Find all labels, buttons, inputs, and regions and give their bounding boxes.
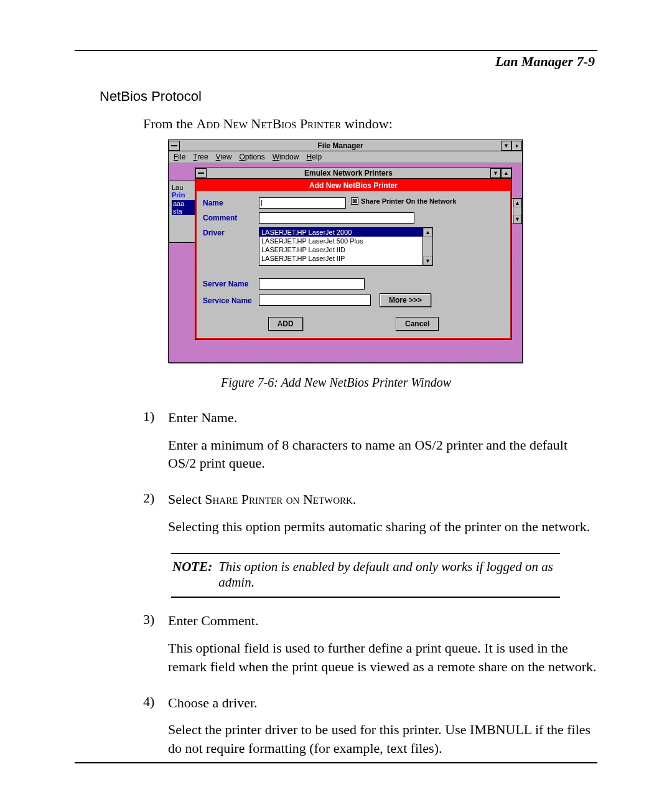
scroll-down-icon[interactable]: ▼ <box>423 257 432 265</box>
label-comment: Comment <box>203 212 259 222</box>
intro-smallcaps: Add New NetBios Printer <box>197 116 342 131</box>
step-title: Enter Comment. <box>168 611 597 630</box>
step-title: Choose a driver. <box>168 694 597 712</box>
step-3: 3) Enter Comment. This optional field is… <box>143 611 597 684</box>
checkbox-icon[interactable]: ⊠ <box>351 197 358 205</box>
name-input[interactable]: | <box>259 197 346 209</box>
fm-title: File Manager <box>180 141 501 150</box>
mdi-client-area: Lau Prin aaa sta .10.11 ▲ ▼ <box>169 163 522 362</box>
menu-options[interactable]: Options <box>236 153 267 161</box>
label-driver: Driver <box>203 227 259 237</box>
driver-listbox[interactable]: LASERJET.HP LaserJet 2000 LASERJET.HP La… <box>259 227 433 266</box>
label-name: Name <box>203 197 259 207</box>
step-4: 4) Choose a driver. Select the printer d… <box>143 694 597 767</box>
dialog-title: Add New NetBios Printer <box>197 180 510 191</box>
driver-scrollbar[interactable]: ▲ ▼ <box>422 228 432 265</box>
section-heading: NetBios Protocol <box>100 88 597 105</box>
note-block: NOTE: This option is enabled by default … <box>171 553 560 598</box>
service-name-input[interactable] <box>259 295 371 306</box>
cancel-button[interactable]: Cancel <box>396 317 439 331</box>
step-body: This optional field is used to further d… <box>168 639 597 676</box>
step-title: Select Share Printer on Network. <box>168 490 597 509</box>
menu-window[interactable]: Window <box>270 153 302 161</box>
emulex-titlebar: Emulex Network Printers ▼ ▲ <box>195 168 511 179</box>
step-title: Enter Name. <box>168 408 597 427</box>
step-number: 4) <box>143 694 168 767</box>
server-name-input[interactable] <box>259 278 365 290</box>
menu-file[interactable]: FFileile <box>171 153 188 161</box>
driver-option[interactable]: LASERJET.HP LaserJet IID <box>259 245 422 254</box>
child-system-menu-icon[interactable] <box>195 168 207 178</box>
screenshot: File Manager ▼ ♦ FFileile Tree View Opti… <box>168 139 597 363</box>
note-label: NOTE: <box>172 559 212 590</box>
menu-help[interactable]: Help <box>304 153 324 161</box>
note-text: This option is enabled by default and on… <box>218 559 559 590</box>
footer-rule <box>75 762 597 763</box>
add-button[interactable]: ADD <box>268 317 303 331</box>
minimize-icon[interactable]: ▼ <box>501 141 511 151</box>
intro-line: From the Add New NetBios Printer window: <box>143 116 597 132</box>
step-body: Select the printer driver to be used for… <box>168 720 597 757</box>
driver-option[interactable]: LASERJET.HP LaserJet 500 Plus <box>259 237 422 245</box>
label-server-name: Server Name <box>203 278 259 288</box>
menu-tree[interactable]: Tree <box>190 153 210 161</box>
more-button[interactable]: More >>> <box>380 293 431 307</box>
comment-input[interactable] <box>259 212 414 224</box>
step-1: 1) Enter Name. Enter a minimum of 8 char… <box>143 408 597 481</box>
scroll-up-icon[interactable]: ▲ <box>513 199 521 207</box>
figure-caption: Figure 7-6: Add New NetBios Printer Wind… <box>75 375 597 390</box>
page-header: Lan Manager 7-9 <box>75 54 597 70</box>
system-menu-icon[interactable] <box>169 141 180 151</box>
file-manager-window: File Manager ▼ ♦ FFileile Tree View Opti… <box>168 139 523 363</box>
step-body: Enter a minimum of 8 characters to name … <box>168 436 597 473</box>
scroll-up-icon[interactable]: ▲ <box>423 228 432 237</box>
ghost-lau: Lau <box>172 184 183 191</box>
child-maximize-icon[interactable]: ▲ <box>501 168 511 178</box>
intro-prefix: From the <box>143 116 197 131</box>
scroll-down-icon[interactable]: ▼ <box>513 215 521 224</box>
menu-view[interactable]: View <box>213 153 235 161</box>
step-2: 2) Select Share Printer on Network. Sele… <box>143 490 597 544</box>
step-number: 3) <box>143 611 168 684</box>
child-minimize-icon[interactable]: ▼ <box>490 168 501 178</box>
emulex-window: Emulex Network Printers ▼ ▲ Add New NetB… <box>195 167 512 340</box>
menubar: FFileile Tree View Options Window Help <box>169 151 522 163</box>
scrollbar[interactable]: ▲ ▼ <box>513 199 521 224</box>
step-number: 2) <box>143 490 168 544</box>
driver-option-selected[interactable]: LASERJET.HP LaserJet 2000 <box>259 228 422 237</box>
step-body: Selecting this option permits automatic … <box>168 517 597 536</box>
driver-option[interactable]: LASERJET.HP LaserJet IIP <box>259 254 422 263</box>
share-printer-label: Share Printer On the Network <box>361 197 456 205</box>
fm-titlebar: File Manager ▼ ♦ <box>169 140 522 151</box>
ghost-prin: Prin <box>172 191 185 199</box>
intro-suffix: window: <box>341 116 393 131</box>
maximize-icon[interactable]: ♦ <box>511 141 522 151</box>
emulex-title: Emulex Network Printers <box>207 169 490 177</box>
add-netbios-dialog: Add New NetBios Printer Name | ⊠ Share P… <box>195 179 511 339</box>
step-number: 1) <box>143 408 168 481</box>
label-service-name: Service Name <box>203 295 259 305</box>
header-rule <box>75 50 597 51</box>
share-printer-checkbox[interactable]: ⊠ Share Printer On the Network <box>351 197 456 205</box>
